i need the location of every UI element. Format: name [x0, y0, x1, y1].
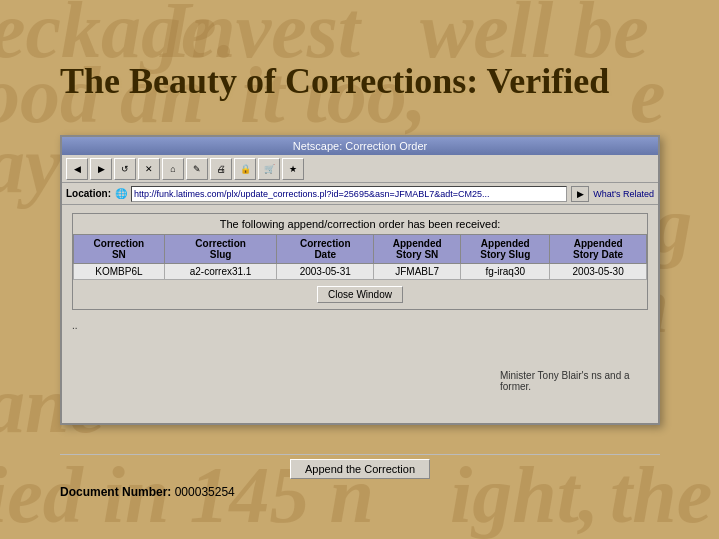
stop-button[interactable]: ✕ [138, 158, 160, 180]
bookmark-button[interactable]: ★ [282, 158, 304, 180]
url-text: http://funk.latimes.com/plx/update_corre… [134, 189, 489, 199]
print-button[interactable]: 🖨 [210, 158, 232, 180]
cell-appended-story-slug: fg-iraq30 [461, 264, 550, 280]
globe-icon: 🌐 [115, 188, 127, 199]
page-title: The Beauty of Corrections: Verified [60, 60, 659, 102]
col-correction-sn: CorrectionSN [74, 235, 165, 264]
append-button-row: Append the Correction [60, 459, 660, 479]
bottom-bar: Append the Correction Document Number: 0… [60, 450, 660, 499]
go-button[interactable]: ▶ [571, 186, 589, 202]
table-header-row: CorrectionSN CorrectionSlug CorrectionDa… [74, 235, 647, 264]
correction-table: CorrectionSN CorrectionSlug CorrectionDa… [73, 234, 647, 280]
browser-titlebar: Netscape: Correction Order [62, 137, 658, 155]
doc-number-value: 000035254 [175, 485, 235, 499]
whats-related-link[interactable]: What's Related [593, 189, 654, 199]
col-correction-slug: CorrectionSlug [164, 235, 277, 264]
doc-label: Document Number: [60, 485, 171, 499]
separator-text: .. [62, 318, 658, 333]
correction-message: The following append/correction order ha… [73, 214, 647, 234]
browser-title: Netscape: Correction Order [293, 140, 428, 152]
col-correction-date: CorrectionDate [277, 235, 374, 264]
reload-button[interactable]: ↺ [114, 158, 136, 180]
cell-correction-sn: KOMBP6L [74, 264, 165, 280]
shop-button[interactable]: 🛒 [258, 158, 280, 180]
col-appended-story-sn: AppendedStory SN [374, 235, 461, 264]
col-appended-story-slug: AppendedStory Slug [461, 235, 550, 264]
home-button[interactable]: ⌂ [162, 158, 184, 180]
back-button[interactable]: ◀ [66, 158, 88, 180]
close-window-button[interactable]: Close Window [317, 286, 403, 303]
col-appended-story-date: AppendedStory Date [550, 235, 647, 264]
forward-button[interactable]: ▶ [90, 158, 112, 180]
table-row: KOMBP6L a2-correx31.1 2003-05-31 JFMABL7… [74, 264, 647, 280]
security-button[interactable]: 🔒 [234, 158, 256, 180]
append-correction-button[interactable]: Append the Correction [290, 459, 430, 479]
correction-order-box: The following append/correction order ha… [72, 213, 648, 310]
url-input[interactable]: http://funk.latimes.com/plx/update_corre… [131, 186, 567, 202]
document-number-row: Document Number: 000035254 [60, 485, 660, 499]
cell-appended-story-date: 2003-05-30 [550, 264, 647, 280]
location-bar: Location: 🌐 http://funk.latimes.com/plx/… [62, 183, 658, 205]
cell-correction-slug: a2-correx31.1 [164, 264, 277, 280]
browser-toolbar: ◀ ▶ ↺ ✕ ⌂ ✎ 🖨 🔒 🛒 ★ [62, 155, 658, 183]
cell-appended-story-sn: JFMABL7 [374, 264, 461, 280]
right-panel-content: Minister Tony Blair's ns and a former. [500, 370, 630, 392]
cell-correction-date: 2003-05-31 [277, 264, 374, 280]
right-panel-text: Minister Tony Blair's ns and a former. [500, 370, 660, 392]
edit-button[interactable]: ✎ [186, 158, 208, 180]
location-label: Location: [66, 188, 111, 199]
separator-line [60, 454, 660, 455]
